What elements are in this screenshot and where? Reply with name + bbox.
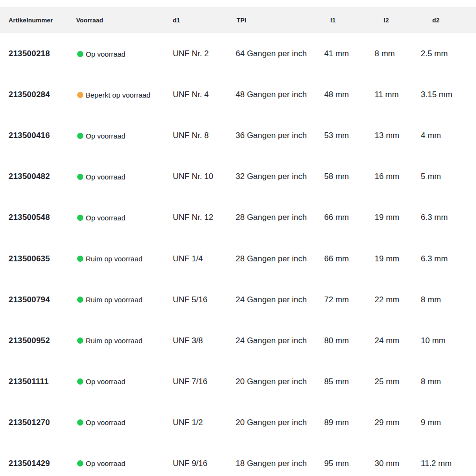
article-number: 213500952 xyxy=(9,336,77,346)
d1-value: UNF Nr. 4 xyxy=(173,90,236,99)
article-number: 213500635 xyxy=(9,254,77,264)
stock-status-label: Op voorraad xyxy=(86,418,125,426)
l1-value: 66 mm xyxy=(324,213,375,222)
l1-value: 95 mm xyxy=(324,459,375,468)
product-variant-table: Artikelnummer Voorraad d1 TPI l1 l2 d2 2… xyxy=(0,7,476,476)
d2-value: 6.3 mm xyxy=(421,213,476,222)
d1-value: UNF 9/16 xyxy=(173,459,236,468)
stock-status: Op voorraad xyxy=(77,418,173,426)
stock-status: Op voorraad xyxy=(77,50,173,58)
l1-value: 53 mm xyxy=(324,131,375,140)
l2-value: 13 mm xyxy=(375,131,421,140)
tpi-value: 18 Gangen per inch xyxy=(236,459,324,468)
table-row[interactable]: 213500635 Ruim op voorraad UNF 1/4 28 Ga… xyxy=(0,238,476,279)
tpi-value: 20 Gangen per inch xyxy=(236,377,324,387)
d1-value: UNF Nr. 12 xyxy=(173,213,236,222)
l1-value: 89 mm xyxy=(324,418,375,427)
l2-value: 16 mm xyxy=(375,172,421,181)
product-stock-page: Artikelnummer Voorraad d1 TPI l1 l2 d2 2… xyxy=(0,0,476,476)
column-header-l2: l2 xyxy=(384,17,432,24)
column-header-artikelnummer: Artikelnummer xyxy=(9,17,76,24)
column-header-voorraad: Voorraad xyxy=(76,17,173,24)
article-number: 213500416 xyxy=(9,131,77,140)
table-row[interactable]: 213500482 Op voorraad UNF Nr. 10 32 Gang… xyxy=(0,156,476,197)
stock-status-dot-icon xyxy=(77,133,83,139)
table-row[interactable]: 213501270 Op voorraad UNF 1/2 20 Gangen … xyxy=(0,402,476,443)
stock-status-dot-icon xyxy=(77,256,83,262)
l2-value: 11 mm xyxy=(375,90,421,99)
stock-status-dot-icon xyxy=(77,419,83,426)
stock-status-label: Op voorraad xyxy=(86,459,125,467)
d1-value: UNF Nr. 8 xyxy=(173,131,236,140)
stock-status-label: Ruim op voorraad xyxy=(86,337,142,345)
l1-value: 58 mm xyxy=(324,172,375,181)
stock-status-dot-icon xyxy=(77,378,83,385)
table-row[interactable]: 213501429 Op voorraad UNF 9/16 18 Gangen… xyxy=(0,443,476,476)
d2-value: 3.15 mm xyxy=(421,90,476,99)
l1-value: 66 mm xyxy=(324,254,375,264)
stock-status-dot-icon xyxy=(77,460,83,466)
table-row[interactable]: 213501111 Op voorraad UNF 7/16 20 Gangen… xyxy=(0,361,476,402)
stock-status: Beperkt op voorraad xyxy=(77,91,173,99)
d1-value: UNF Nr. 2 xyxy=(173,49,236,59)
stock-status-dot-icon xyxy=(77,337,83,344)
l1-value: 85 mm xyxy=(324,377,375,387)
l2-value: 19 mm xyxy=(375,254,421,264)
article-number: 213500482 xyxy=(9,172,77,181)
article-number: 213500218 xyxy=(9,49,77,59)
article-number: 213500284 xyxy=(9,90,77,99)
article-number: 213500548 xyxy=(9,213,77,222)
stock-status-dot-icon xyxy=(77,297,83,303)
stock-status: Op voorraad xyxy=(77,132,173,140)
table-body: 213500218 Op voorraad UNF Nr. 2 64 Gange… xyxy=(0,33,476,476)
l2-value: 8 mm xyxy=(375,49,421,59)
table-header-row: Artikelnummer Voorraad d1 TPI l1 l2 d2 xyxy=(0,7,476,33)
stock-status-label: Ruim op voorraad xyxy=(86,255,142,263)
stock-status-label: Op voorraad xyxy=(86,132,125,140)
l1-value: 48 mm xyxy=(324,90,375,99)
l2-value: 25 mm xyxy=(375,377,421,387)
article-number: 213501111 xyxy=(9,377,77,387)
tpi-value: 36 Gangen per inch xyxy=(236,131,324,140)
tpi-value: 24 Gangen per inch xyxy=(236,336,324,346)
d1-value: UNF 7/16 xyxy=(173,377,236,387)
l2-value: 30 mm xyxy=(375,459,421,468)
column-header-d2: d2 xyxy=(432,17,476,24)
stock-status: Ruim op voorraad xyxy=(77,337,173,345)
table-row[interactable]: 213500794 Ruim op voorraad UNF 5/16 24 G… xyxy=(0,279,476,320)
d1-value: UNF Nr. 10 xyxy=(173,172,236,181)
article-number: 213501270 xyxy=(9,418,77,427)
stock-status-dot-icon xyxy=(77,51,83,57)
stock-status-label: Op voorraad xyxy=(86,173,125,181)
stock-status: Ruim op voorraad xyxy=(77,255,173,263)
stock-status: Op voorraad xyxy=(77,214,173,222)
tpi-value: 28 Gangen per inch xyxy=(236,213,324,222)
stock-status-label: Op voorraad xyxy=(86,377,125,386)
tpi-value: 64 Gangen per inch xyxy=(236,49,324,59)
table-row[interactable]: 213500218 Op voorraad UNF Nr. 2 64 Gange… xyxy=(0,33,476,74)
table-row[interactable]: 213500416 Op voorraad UNF Nr. 8 36 Gange… xyxy=(0,115,476,156)
d2-value: 6.3 mm xyxy=(421,254,476,264)
d2-value: 4 mm xyxy=(421,131,476,140)
d1-value: UNF 5/16 xyxy=(173,295,236,305)
d1-value: UNF 1/4 xyxy=(173,254,236,264)
article-number: 213501429 xyxy=(9,459,77,468)
stock-status-dot-icon xyxy=(77,92,83,98)
column-header-d1: d1 xyxy=(173,17,237,24)
d2-value: 10 mm xyxy=(421,336,476,346)
stock-status-label: Op voorraad xyxy=(86,214,125,222)
tpi-value: 28 Gangen per inch xyxy=(236,254,324,264)
table-row[interactable]: 213500952 Ruim op voorraad UNF 3/8 24 Ga… xyxy=(0,320,476,361)
stock-status-label: Beperkt op voorraad xyxy=(86,91,150,99)
stock-status-dot-icon xyxy=(77,174,83,180)
column-header-l1: l1 xyxy=(330,17,384,24)
d2-value: 2.5 mm xyxy=(421,49,476,59)
d2-value: 8 mm xyxy=(421,377,476,387)
table-row[interactable]: 213500284 Beperkt op voorraad UNF Nr. 4 … xyxy=(0,74,476,115)
tpi-value: 32 Gangen per inch xyxy=(236,172,324,181)
d2-value: 9 mm xyxy=(421,418,476,427)
l1-value: 41 mm xyxy=(324,49,375,59)
l2-value: 29 mm xyxy=(375,418,421,427)
table-row[interactable]: 213500548 Op voorraad UNF Nr. 12 28 Gang… xyxy=(0,197,476,238)
tpi-value: 20 Gangen per inch xyxy=(236,418,324,427)
